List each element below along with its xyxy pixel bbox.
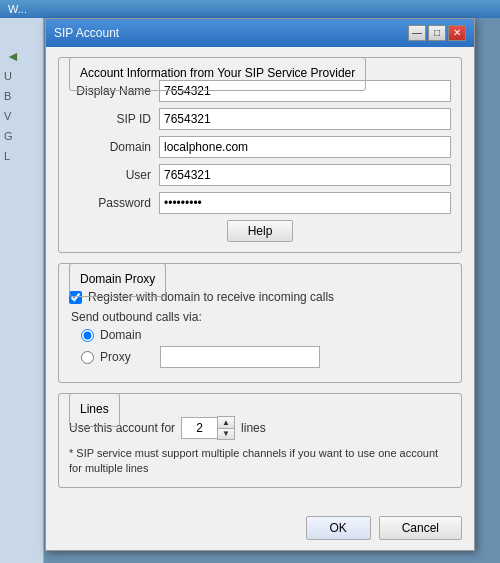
bg-window-title: W... xyxy=(8,3,27,15)
dialog-footer: OK Cancel xyxy=(46,510,474,550)
domain-radio-label: Domain xyxy=(100,328,160,342)
lines-row: Use this account for ▲ ▼ lines xyxy=(69,416,451,440)
spinner-down-button[interactable]: ▼ xyxy=(218,428,234,439)
help-row: Help xyxy=(69,220,451,242)
lines-suffix-label: lines xyxy=(241,421,266,435)
titlebar-controls: — □ ✕ xyxy=(408,25,466,41)
send-outbound-label: Send outbound calls via: xyxy=(71,310,451,324)
domain-radio-row: Domain xyxy=(81,328,451,342)
user-row: User xyxy=(69,164,451,186)
strip-item-g: G xyxy=(0,128,43,144)
sip-id-row: SIP ID xyxy=(69,108,451,130)
left-strip: ◄ U B V G L xyxy=(0,18,44,563)
spinner-wrap: ▲ ▼ xyxy=(181,416,235,440)
domain-radio[interactable] xyxy=(81,329,94,342)
sip-account-dialog: SIP Account — □ ✕ Account Information fr… xyxy=(45,18,475,551)
user-input[interactable] xyxy=(159,164,451,186)
strip-item-u: U xyxy=(0,68,43,84)
close-button[interactable]: ✕ xyxy=(448,25,466,41)
lines-group: Lines Use this account for ▲ ▼ lines * S… xyxy=(58,393,462,488)
password-row: Password xyxy=(69,192,451,214)
password-input[interactable] xyxy=(159,192,451,214)
cancel-button[interactable]: Cancel xyxy=(379,516,462,540)
minimize-button[interactable]: — xyxy=(408,25,426,41)
account-info-legend: Account Information from Your SIP Servic… xyxy=(69,57,366,91)
domain-label: Domain xyxy=(69,140,159,154)
sip-id-input[interactable] xyxy=(159,108,451,130)
line-count-input[interactable] xyxy=(181,417,217,439)
proxy-radio-label: Proxy xyxy=(100,350,160,364)
strip-arrow: ◄ xyxy=(0,48,43,64)
lines-legend: Lines xyxy=(69,393,120,427)
titlebar: SIP Account — □ ✕ xyxy=(46,19,474,47)
account-info-group: Account Information from Your SIP Servic… xyxy=(58,57,462,253)
proxy-radio-row: Proxy xyxy=(81,346,451,368)
strip-item-l: L xyxy=(0,148,43,164)
ok-button[interactable]: OK xyxy=(306,516,371,540)
spinner-up-button[interactable]: ▲ xyxy=(218,417,234,428)
strip-item-v: V xyxy=(0,108,43,124)
password-label: Password xyxy=(69,196,159,210)
domain-input[interactable] xyxy=(159,136,451,158)
domain-proxy-legend: Domain Proxy xyxy=(69,263,166,297)
proxy-input[interactable] xyxy=(160,346,320,368)
user-label: User xyxy=(69,168,159,182)
help-button[interactable]: Help xyxy=(227,220,294,242)
strip-item-b: B xyxy=(0,88,43,104)
domain-proxy-group: Domain Proxy Register with domain to rec… xyxy=(58,263,462,383)
maximize-button[interactable]: □ xyxy=(428,25,446,41)
spinner-buttons: ▲ ▼ xyxy=(217,416,235,440)
lines-note: * SIP service must support multiple chan… xyxy=(69,446,451,477)
proxy-radio[interactable] xyxy=(81,351,94,364)
dialog-title: SIP Account xyxy=(54,26,119,40)
dialog-body: Account Information from Your SIP Servic… xyxy=(46,47,474,510)
sip-id-label: SIP ID xyxy=(69,112,159,126)
proxy-group-inner: Register with domain to receive incoming… xyxy=(69,286,451,368)
domain-row: Domain xyxy=(69,136,451,158)
